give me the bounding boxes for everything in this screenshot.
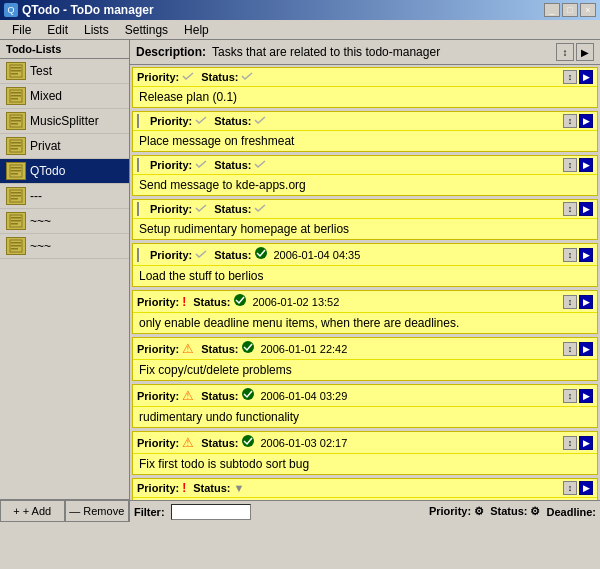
svg-point-35: [242, 388, 254, 400]
status-label-6: Status:: [201, 343, 238, 355]
menu-edit[interactable]: Edit: [39, 21, 76, 39]
todo-item-1: Priority: Status: ↕ ▶ Place message on f…: [132, 111, 598, 152]
menu-settings[interactable]: Settings: [117, 21, 176, 39]
svg-rect-3: [11, 73, 18, 75]
svg-rect-31: [11, 248, 18, 250]
description-text: Tasks that are related to this todo-mana…: [212, 45, 440, 59]
svg-rect-14: [11, 145, 21, 147]
svg-point-33: [234, 294, 246, 306]
todo-item-header-5[interactable]: Priority: ! Status: 2006-01-02 13:52 ↕ ▶: [133, 291, 597, 313]
todo-expand-2[interactable]: ↕: [563, 158, 577, 172]
sidebar-item-3[interactable]: Privat: [0, 134, 129, 159]
todo-date-4: 2006-01-04 04:35: [273, 249, 360, 261]
todo-open-0[interactable]: ▶: [579, 70, 593, 84]
todo-item-header-1[interactable]: Priority: Status: ↕ ▶: [133, 112, 597, 131]
minimize-button[interactable]: _: [544, 3, 560, 17]
add-button[interactable]: + + Add: [0, 500, 65, 522]
todo-expand-4[interactable]: ↕: [563, 248, 577, 262]
svg-rect-2: [11, 70, 21, 72]
svg-rect-18: [11, 170, 21, 172]
svg-point-32: [255, 247, 267, 259]
svg-rect-29: [11, 242, 21, 244]
svg-rect-10: [11, 120, 21, 122]
todo-expand-6[interactable]: ↕: [563, 342, 577, 356]
sidebar-list: Test Mixed MusicSplitter Privat QTodo --…: [0, 59, 129, 499]
svg-rect-6: [11, 95, 21, 97]
todo-open-6[interactable]: ▶: [579, 342, 593, 356]
todo-item-2: Priority: Status: ↕ ▶ Send message to kd…: [132, 155, 598, 196]
svg-rect-11: [11, 123, 18, 125]
close-button[interactable]: ×: [580, 3, 596, 17]
todo-item-header-3[interactable]: Priority: Status: ↕ ▶: [133, 200, 597, 219]
sidebar-item-4[interactable]: QTodo: [0, 159, 129, 184]
window-controls: _ □ ×: [544, 3, 596, 17]
desc-icon-btn-1[interactable]: ↕: [556, 43, 574, 61]
priority-label-9: Priority:: [137, 482, 179, 494]
todo-open-5[interactable]: ▶: [579, 295, 593, 309]
main-container: Todo-Lists Test Mixed MusicSplitter Priv…: [0, 40, 600, 522]
sidebar-item-2[interactable]: MusicSplitter: [0, 109, 129, 134]
menu-help[interactable]: Help: [176, 21, 217, 39]
todo-item-header-6[interactable]: Priority: ⚠ Status: 2006-01-01 22:42 ↕ ▶: [133, 338, 597, 360]
filter-deadline-label: Deadline:: [546, 506, 596, 518]
svg-rect-23: [11, 198, 18, 200]
todo-item-header-9[interactable]: Priority: ! Status: ▼ ↕ ▶: [133, 479, 597, 498]
sidebar-item-6[interactable]: ~~~: [0, 209, 129, 234]
todo-item-body-2: Send message to kde-apps.org: [133, 175, 597, 195]
add-icon: +: [13, 505, 19, 517]
sidebar-item-label-5: ---: [30, 189, 42, 203]
status-icon-9: ▼: [233, 481, 244, 495]
todo-open-4[interactable]: ▶: [579, 248, 593, 262]
todo-open-2[interactable]: ▶: [579, 158, 593, 172]
remove-button[interactable]: — Remove: [65, 500, 130, 522]
svg-rect-27: [11, 223, 18, 225]
status-label-0: Status:: [201, 71, 238, 83]
sidebar-item-1[interactable]: Mixed: [0, 84, 129, 109]
todo-open-1[interactable]: ▶: [579, 114, 593, 128]
maximize-button[interactable]: □: [562, 3, 578, 17]
todo-item-body-7: rudimentary undo functionality: [133, 407, 597, 427]
todo-expand-8[interactable]: ↕: [563, 436, 577, 450]
todo-open-7[interactable]: ▶: [579, 389, 593, 403]
todo-item-header-4[interactable]: Priority: Status: 2006-01-04 04:35 ↕ ▶: [133, 244, 597, 266]
status-icon-0: [241, 70, 253, 84]
svg-rect-7: [11, 98, 18, 100]
todo-expand-9[interactable]: ↕: [563, 481, 577, 495]
todo-expand-0[interactable]: ↕: [563, 70, 577, 84]
sidebar-item-icon-5: [6, 187, 26, 205]
svg-rect-22: [11, 195, 21, 197]
sidebar-item-0[interactable]: Test: [0, 59, 129, 84]
priority-icon-4: [195, 248, 207, 262]
sidebar-header: Todo-Lists: [0, 40, 129, 59]
menu-file[interactable]: File: [4, 21, 39, 39]
sidebar-item-icon-4: [6, 162, 26, 180]
desc-icon-btn-2[interactable]: ▶: [576, 43, 594, 61]
svg-point-36: [242, 435, 254, 447]
menu-lists[interactable]: Lists: [76, 21, 117, 39]
todo-open-9[interactable]: ▶: [579, 481, 593, 495]
priority-icon-9: !: [182, 481, 186, 495]
todo-item-header-7[interactable]: Priority: ⚠ Status: 2006-01-04 03:29 ↕ ▶: [133, 385, 597, 407]
description-label: Description:: [136, 45, 206, 59]
todo-item-header-0[interactable]: Priority: Status: ↕ ▶: [133, 68, 597, 87]
todo-expand-1[interactable]: ↕: [563, 114, 577, 128]
todo-item-header-8[interactable]: Priority: ⚠ Status: 2006-01-03 02:17 ↕ ▶: [133, 432, 597, 454]
window-title: QTodo - ToDo manager: [22, 3, 154, 17]
description-bar: Description: Tasks that are related to t…: [130, 40, 600, 65]
app-icon: Q: [4, 3, 18, 17]
filter-status-label: Status: ⚙: [490, 505, 540, 518]
todo-item-header-2[interactable]: Priority: Status: ↕ ▶: [133, 156, 597, 175]
todo-open-8[interactable]: ▶: [579, 436, 593, 450]
sidebar-item-5[interactable]: ---: [0, 184, 129, 209]
filter-input[interactable]: [171, 504, 251, 520]
priority-icon-6: ⚠: [182, 341, 194, 356]
todo-expand-3[interactable]: ↕: [563, 202, 577, 216]
todo-expand-5[interactable]: ↕: [563, 295, 577, 309]
todo-expand-7[interactable]: ↕: [563, 389, 577, 403]
priority-label-8: Priority:: [137, 437, 179, 449]
status-label-1: Status:: [214, 115, 251, 127]
todo-open-3[interactable]: ▶: [579, 202, 593, 216]
sidebar-item-7[interactable]: ~~~: [0, 234, 129, 259]
priority-label-4: Priority:: [150, 249, 192, 261]
sidebar-buttons: + + Add — Remove: [0, 499, 129, 522]
